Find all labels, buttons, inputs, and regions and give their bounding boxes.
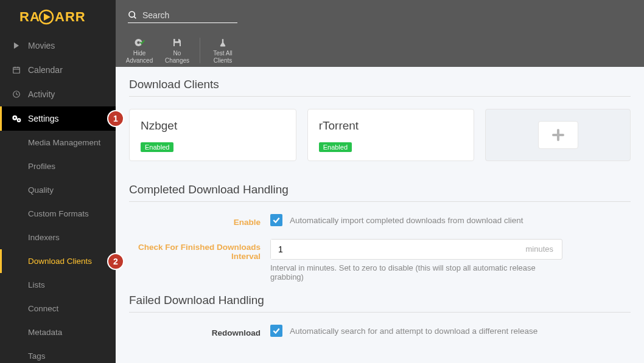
add-client-card[interactable] xyxy=(485,109,631,161)
sidebar-label: Movies xyxy=(28,41,55,50)
interval-label: Check For Finished Downloads Interval xyxy=(129,239,270,261)
calendar-icon xyxy=(11,66,22,74)
client-name: Nzbget xyxy=(141,119,285,133)
save-changes-button[interactable]: No Changes xyxy=(158,33,196,67)
interval-input[interactable] xyxy=(271,240,517,259)
svg-marker-6 xyxy=(14,43,19,49)
tool-label: Hide xyxy=(133,50,146,57)
sidebar-label: Calendar xyxy=(28,65,63,75)
sidebar-sub-metadata[interactable]: Metadata xyxy=(0,320,116,344)
search-input[interactable] xyxy=(142,10,237,20)
sidebar-item-activity[interactable]: Activity xyxy=(0,82,116,106)
sidebar-item-calendar[interactable]: Calendar xyxy=(0,58,116,82)
sidebar-sub-media-management[interactable]: Media Management xyxy=(0,131,116,154)
redownload-description: Automatically search for and attempt to … xyxy=(290,327,537,336)
gear-check-icon xyxy=(133,36,145,49)
svg-point-15 xyxy=(18,120,19,121)
section-title-completed: Completed Download Handling xyxy=(129,183,631,202)
toolbar: Hide Advanced No Changes Test All Client… xyxy=(116,33,644,67)
toolbar-separator xyxy=(200,38,200,63)
sidebar-sub-profiles[interactable]: Profiles xyxy=(0,154,116,178)
tool-label: No xyxy=(173,50,181,57)
test-all-clients-button[interactable]: Test All Clients xyxy=(204,33,242,67)
section-title-download-clients: Download Clients xyxy=(129,78,631,97)
sidebar-sub-tags[interactable]: Tags xyxy=(0,344,116,363)
enable-description: Automatically import completed downloads… xyxy=(290,216,523,225)
sidebar-item-settings[interactable]: Settings 1 xyxy=(0,106,116,131)
svg-point-17 xyxy=(137,41,140,44)
status-badge: Enabled xyxy=(141,142,173,152)
svg-line-5 xyxy=(134,16,136,18)
client-name: rTorrent xyxy=(319,119,463,133)
interval-help: Interval in minutes. Set to zero to disa… xyxy=(270,263,562,282)
redownload-label: Redownload xyxy=(129,325,270,337)
sidebar-sub-label: Download Clients xyxy=(28,257,92,266)
svg-rect-7 xyxy=(13,67,20,73)
enable-checkbox[interactable] xyxy=(270,214,282,226)
tool-label: Clients xyxy=(214,57,233,64)
save-icon xyxy=(172,36,182,49)
step-marker-1: 1 xyxy=(107,110,124,127)
section-title-failed: Failed Download Handling xyxy=(129,294,631,313)
tool-label: Test All xyxy=(213,50,233,57)
sidebar: Movies Calendar Activity Settings 1 Medi… xyxy=(0,33,116,363)
sidebar-sub-quality[interactable]: Quality xyxy=(0,178,116,202)
sidebar-label: Settings xyxy=(28,114,59,123)
svg-marker-2 xyxy=(44,13,51,21)
sidebar-item-movies[interactable]: Movies xyxy=(0,33,116,58)
tool-label: Changes xyxy=(165,57,189,64)
enable-label: Enable xyxy=(129,214,270,227)
sidebar-sub-lists[interactable]: Lists xyxy=(0,273,116,297)
sidebar-sub-custom-formats[interactable]: Custom Formats xyxy=(0,202,116,226)
client-card-rtorrent[interactable]: rTorrent Enabled xyxy=(307,109,475,161)
sidebar-sub-connect[interactable]: Connect xyxy=(0,297,116,320)
play-icon xyxy=(11,41,22,50)
interval-suffix: minutes xyxy=(517,240,562,259)
svg-rect-18 xyxy=(175,39,178,41)
hide-advanced-button[interactable]: Hide Advanced xyxy=(121,33,158,67)
sidebar-sub-download-clients[interactable]: Download Clients 2 xyxy=(0,249,116,273)
search-icon xyxy=(128,10,138,20)
redownload-checkbox[interactable] xyxy=(270,325,282,337)
app-logo[interactable]: RA ARR xyxy=(0,0,116,33)
gears-icon xyxy=(11,114,22,123)
client-card-nzbget[interactable]: Nzbget Enabled xyxy=(129,109,296,161)
vial-icon xyxy=(219,36,227,49)
clock-icon xyxy=(11,90,22,99)
search-box[interactable] xyxy=(128,10,237,23)
sidebar-label: Activity xyxy=(28,89,55,99)
svg-text:ARR: ARR xyxy=(55,9,86,24)
status-badge: Enabled xyxy=(319,142,352,152)
svg-rect-19 xyxy=(175,43,180,46)
svg-point-13 xyxy=(14,117,16,119)
sidebar-sub-indexers[interactable]: Indexers xyxy=(0,226,116,249)
plus-icon xyxy=(551,128,565,142)
tool-label: Advanced xyxy=(126,57,153,64)
step-marker-2: 2 xyxy=(107,253,124,270)
svg-text:RA: RA xyxy=(19,9,40,24)
svg-point-4 xyxy=(129,12,135,17)
